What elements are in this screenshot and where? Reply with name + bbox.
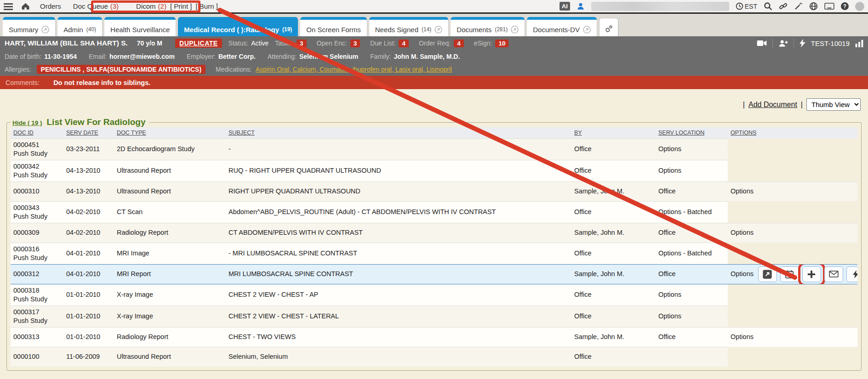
hamburger-icon [4, 3, 13, 10]
doc-type-cell: Radiology Report [114, 223, 226, 243]
chart-tab[interactable]: Medical Record ( ):Radiology (19) [178, 17, 298, 36]
document-row[interactable]: 0000317 Push Study 01-01-2010 X-ray Imag… [11, 305, 857, 327]
avatar-placeholder [855, 2, 864, 11]
document-row[interactable]: 0000342 Push Study 04-13-2010 Ultrasound… [11, 160, 857, 181]
external-link-icon [41, 26, 49, 34]
home-button[interactable] [21, 2, 30, 10]
document-row[interactable]: 0000318 Push Study 01-01-2010 X-ray Imag… [11, 284, 857, 305]
serv-location-cell: Office [656, 181, 728, 201]
options-link[interactable]: Options [658, 145, 681, 153]
chart-tab[interactable]: Admin (40) [57, 17, 102, 36]
column-header[interactable]: BY [571, 127, 656, 138]
document-row[interactable]: 0000309 04-02-2010 Radiology Report CT A… [11, 223, 857, 243]
serv-location-cell: Office [571, 347, 656, 367]
serv-location-cell: Office [571, 160, 656, 181]
column-header[interactable]: DOC TYPE [114, 127, 226, 138]
column-header[interactable]: DOC ID [11, 127, 63, 138]
options-cell: Options [656, 138, 728, 160]
email-button[interactable] [824, 266, 843, 282]
patient-info-row: Date of birth: 11-30-1954 Email: horner@… [0, 50, 868, 63]
chart-tab[interactable]: Health Surveillance [104, 17, 176, 36]
comments-text: Do not release info to siblings. [53, 79, 150, 86]
column-header[interactable]: SERV DATE [63, 127, 114, 138]
options-link[interactable]: Options [658, 290, 681, 299]
hide-link[interactable]: Hide ( 19 ) [12, 119, 42, 126]
subject-cell: Abdomen^ABD_PELVIS_ROUTINE (Adult) - CT … [226, 201, 571, 223]
options-link[interactable]: Options [731, 270, 754, 278]
document-row[interactable]: 0000100 11-06-2009 Ultrasound Report Sel… [11, 347, 857, 367]
document-row[interactable]: 0000451 Push Study 03-23-2011 2D Echocar… [11, 138, 857, 160]
menu-button[interactable] [4, 3, 13, 10]
globe-icon[interactable] [809, 2, 818, 11]
options-link[interactable]: Options - Batched [658, 208, 712, 216]
chart-tab[interactable] [599, 18, 618, 36]
chart-tab[interactable]: Documents (281) [451, 17, 525, 36]
nav-dicom[interactable]: Dicom (2) [136, 2, 166, 10]
ai-button[interactable]: AI [560, 2, 570, 11]
options-link[interactable]: Options - Batched [658, 249, 712, 258]
options-link[interactable]: Options [731, 228, 754, 237]
column-header[interactable]: SERV LOCATION [656, 127, 728, 138]
calendar-button[interactable] [780, 266, 799, 282]
search-icon[interactable] [764, 2, 772, 11]
add-button[interactable] [802, 266, 821, 282]
nav-orders[interactable]: Orders [40, 2, 61, 10]
nav-doc-queue[interactable]: Doc Queue (3) [73, 2, 119, 10]
medication-link[interactable]: Coumadin [320, 66, 353, 73]
tab-label: On Screen Forms [306, 26, 360, 34]
patient-badge-item[interactable]: eSign: 10 [474, 40, 509, 47]
chart-tab[interactable]: On Screen Forms [300, 17, 366, 36]
chart-tab[interactable]: Documents-DV [527, 17, 597, 36]
timezone-indicator[interactable]: EST [736, 2, 757, 10]
document-row[interactable]: 0000316 Push Study 04-01-2010 MRI Image … [11, 243, 857, 264]
doc-type-cell: MRI Image [114, 243, 226, 264]
document-row[interactable]: 0000343 Push Study 04-02-2010 CT Scan Ab… [11, 201, 857, 223]
subject-cell: RUQ - RIGHT UPPER QUADRANT ULTRASOUND [226, 160, 571, 181]
link-icon[interactable] [779, 2, 788, 11]
chart-tab[interactable]: Needs Signed (14) [369, 17, 449, 36]
dicom-print-button[interactable]: [ Print ] [170, 2, 192, 10]
column-header[interactable]: SUBJECT [226, 127, 571, 138]
options-link[interactable]: Options [731, 187, 754, 196]
quick-action-lightning-icon[interactable] [799, 39, 805, 47]
chart-tab[interactable]: Summary [3, 17, 55, 36]
subject-cell: - MRI LUMBOSACRAL SPINE CONTRAST [226, 243, 571, 264]
serv-location-cell: Office [571, 201, 656, 223]
options-cell: Options [656, 284, 728, 305]
dicom-count: (2) [158, 2, 166, 10]
add-document-link[interactable]: Add Document [748, 101, 797, 109]
column-header[interactable]: OPTIONS [728, 127, 857, 138]
options-cell: Options [656, 160, 728, 181]
medication-link[interactable]: Calcium [293, 66, 320, 73]
add-icon [807, 270, 816, 279]
patient-badge-item[interactable]: Tasks: 3 [275, 40, 306, 47]
serv-date-cell: 01-01-2010 [63, 305, 114, 327]
patient-badge-item[interactable]: Open Enc: 3 [317, 40, 360, 47]
dicom-burn-button[interactable]: [ Burn ] [195, 2, 217, 10]
medication-link[interactable]: Aspirin Oral [256, 66, 293, 73]
document-row[interactable]: 0000310 04-13-2010 Ultrasound Report RIG… [11, 181, 857, 201]
document-row[interactable]: 0000313 01-01-2010 Radiology Report CHES… [11, 327, 857, 347]
patient-badges: Tasks: 3 Open Enc: 3 Due List: 4 Order R… [275, 40, 508, 47]
options-link[interactable]: Options [658, 166, 681, 175]
wand-icon[interactable] [794, 2, 803, 11]
add-user-icon[interactable] [778, 40, 788, 47]
patient-badge-item[interactable]: Due List: 4 [370, 40, 409, 47]
keyboard-icon[interactable] [824, 2, 834, 10]
medication-link[interactable]: Lasix oral [395, 66, 427, 73]
duplicate-badge[interactable]: DUPLICATE [175, 39, 222, 48]
medication-link[interactable]: Lisinopril [427, 66, 452, 73]
chart-stats-icon[interactable] [855, 40, 863, 47]
help-icon[interactable]: ? [841, 2, 849, 10]
view-mode-select[interactable]: Thumb View [806, 98, 861, 111]
open-document-button[interactable] [758, 266, 777, 282]
options-link[interactable]: Options [731, 333, 754, 341]
options-link[interactable]: Options [658, 312, 681, 321]
video-camera-icon[interactable] [757, 40, 767, 47]
document-row[interactable]: 0000312 04-01-2010 MRI Report MRI LUMBOS… [11, 264, 857, 284]
doc-id-cell: 0000309 [11, 223, 63, 243]
medication-link[interactable]: ibuprofen oral [353, 66, 395, 73]
patient-status: Status: Active [228, 40, 269, 47]
patient-badge-item[interactable]: Order Req: 4 [419, 40, 464, 47]
fax-button[interactable] [846, 266, 857, 282]
